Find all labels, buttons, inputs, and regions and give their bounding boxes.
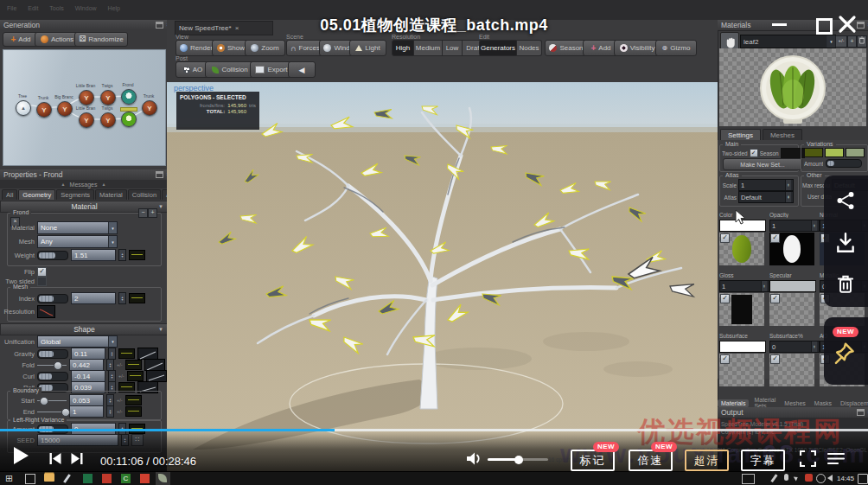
tab-all[interactable]: All bbox=[2, 189, 17, 200]
index-curve-swatch[interactable] bbox=[129, 293, 145, 303]
tab-meshes[interactable]: Meshes bbox=[763, 129, 802, 141]
volume-knob[interactable] bbox=[514, 456, 523, 464]
tray-volume-icon[interactable] bbox=[827, 475, 833, 482]
gizmo-button[interactable]: ⊕Gizmo bbox=[655, 40, 697, 56]
curve-swatch[interactable] bbox=[125, 406, 142, 417]
curve-swatch[interactable] bbox=[125, 360, 142, 370]
menu-window[interactable]: Window bbox=[75, 5, 97, 11]
tray-app-icon[interactable] bbox=[805, 474, 813, 482]
texture-enabled-checkbox[interactable] bbox=[720, 294, 730, 303]
fullscreen-button[interactable] bbox=[800, 450, 816, 467]
resolution-medium-button[interactable]: Medium bbox=[414, 40, 443, 56]
node-trunk[interactable] bbox=[36, 102, 52, 118]
unification-dropdown[interactable]: Global bbox=[37, 335, 118, 348]
tab-geometry[interactable]: Geometry bbox=[18, 189, 55, 200]
weight-slider[interactable] bbox=[37, 251, 68, 260]
tab-collision[interactable]: Collision bbox=[128, 189, 161, 200]
curl-slider[interactable] bbox=[37, 372, 68, 381]
resolution-high-button[interactable]: High bbox=[392, 40, 414, 56]
playlist-button[interactable] bbox=[827, 451, 846, 466]
texture-enabled-checkbox[interactable] bbox=[770, 233, 780, 243]
resolution-low-button[interactable]: Low bbox=[443, 40, 463, 56]
taskbar-clock[interactable]: 14:45 bbox=[837, 475, 854, 482]
subsurface-pct-texture-thumb[interactable] bbox=[769, 354, 814, 386]
two-sided-checkbox[interactable] bbox=[750, 149, 758, 157]
node-twigs-bottom[interactable] bbox=[100, 112, 116, 128]
render-button[interactable]: Render bbox=[176, 40, 217, 56]
spinner[interactable] bbox=[761, 281, 767, 291]
specular-texture-thumb[interactable] bbox=[769, 293, 814, 326]
tab-material[interactable]: Material bbox=[95, 189, 127, 200]
variation-swatch[interactable] bbox=[804, 148, 823, 157]
texture-enabled-checkbox[interactable] bbox=[720, 354, 730, 364]
spinner[interactable] bbox=[106, 405, 114, 418]
material-preview[interactable] bbox=[719, 48, 866, 126]
tab-meshes[interactable]: Meshes bbox=[781, 399, 809, 407]
material-select-dropdown[interactable]: leaf2 bbox=[740, 35, 836, 48]
dock-icon[interactable] bbox=[857, 409, 865, 416]
subsurface-swatch[interactable] bbox=[719, 341, 766, 353]
remove-icon[interactable]: − bbox=[138, 208, 148, 218]
boundary-start-slider[interactable] bbox=[37, 397, 67, 405]
spinner[interactable] bbox=[118, 249, 126, 261]
export-button[interactable]: Export bbox=[250, 61, 293, 78]
add-remove-material-button[interactable]: +/- bbox=[835, 35, 847, 48]
app-button[interactable] bbox=[83, 474, 93, 483]
shape-section-header[interactable]: Shape bbox=[0, 323, 169, 335]
zoom-button[interactable]: Zoom bbox=[245, 40, 285, 56]
minimize-button[interactable] bbox=[772, 23, 787, 26]
spinner[interactable] bbox=[106, 394, 114, 406]
node-little-branches-bottom[interactable] bbox=[79, 112, 94, 128]
edit-generators-button[interactable]: Generators bbox=[479, 40, 517, 56]
variation-swatch[interactable] bbox=[846, 148, 865, 157]
node-graph[interactable]: Tree Trunk Big Branc Little Bran Twigs F… bbox=[3, 49, 166, 166]
volume-slider[interactable] bbox=[488, 458, 548, 461]
gravity-value[interactable]: 0.11 bbox=[71, 348, 105, 360]
fold-slider[interactable] bbox=[37, 361, 67, 369]
close-button[interactable] bbox=[838, 15, 857, 34]
node-big-branches[interactable] bbox=[57, 101, 73, 117]
tab-displacements[interactable]: Displacements bbox=[837, 399, 868, 407]
weight-value[interactable]: 1.51 bbox=[71, 249, 116, 261]
node-little-branches-top[interactable] bbox=[79, 90, 94, 105]
dock-icon[interactable] bbox=[156, 171, 163, 178]
frond-mesh-dropdown[interactable]: Any bbox=[37, 235, 118, 248]
volume-icon[interactable] bbox=[465, 451, 482, 466]
gloss-value[interactable]: 1 bbox=[719, 280, 769, 292]
tray-network-icon[interactable] bbox=[816, 474, 826, 483]
subtitle-button[interactable]: 字幕 bbox=[741, 450, 785, 471]
spinner[interactable] bbox=[108, 370, 116, 382]
two-sided-checkbox[interactable] bbox=[37, 277, 47, 286]
profile-curve[interactable] bbox=[137, 348, 158, 360]
opacity-texture-thumb[interactable] bbox=[769, 233, 814, 265]
collapse-toolbar-button[interactable]: ◀ bbox=[288, 61, 316, 78]
maximize-button[interactable] bbox=[816, 18, 833, 35]
play-button[interactable] bbox=[14, 447, 29, 464]
pin-button[interactable] bbox=[833, 341, 858, 368]
node-trunk-right[interactable] bbox=[142, 100, 157, 116]
boundary-end-slider[interactable] bbox=[37, 408, 67, 416]
visibility-button[interactable]: Visibility bbox=[614, 40, 661, 56]
curve-swatch[interactable] bbox=[118, 348, 135, 359]
node-twigs-top[interactable] bbox=[100, 90, 116, 105]
curl-value[interactable]: -0.14 bbox=[71, 370, 105, 382]
opacity-value[interactable]: 1 bbox=[769, 220, 820, 232]
input-method-icon[interactable] bbox=[742, 474, 755, 484]
profile-curve[interactable] bbox=[144, 359, 165, 371]
tab-settings[interactable]: Settings bbox=[720, 129, 761, 141]
spinner[interactable] bbox=[785, 180, 791, 190]
menu-edit[interactable]: Edit bbox=[28, 5, 38, 11]
start-button[interactable]: ⊞ bbox=[5, 474, 13, 483]
season-button[interactable]: Season bbox=[545, 40, 588, 56]
boundary-end-value[interactable]: 1 bbox=[69, 405, 104, 418]
delete-button[interactable] bbox=[835, 273, 856, 296]
menu-tools[interactable]: Tools bbox=[49, 5, 63, 11]
viewport[interactable]: perspective POLYGONS - SELECTED fronds/f… bbox=[167, 82, 718, 471]
variation-swatch[interactable] bbox=[825, 148, 844, 157]
resolution-curve[interactable] bbox=[37, 305, 55, 318]
texture-enabled-checkbox[interactable] bbox=[770, 354, 780, 364]
share-button[interactable] bbox=[835, 190, 856, 211]
fold-value[interactable]: 0.442 bbox=[69, 359, 104, 371]
color-texture-thumb[interactable] bbox=[719, 233, 764, 265]
curve-swatch[interactable] bbox=[125, 395, 142, 405]
